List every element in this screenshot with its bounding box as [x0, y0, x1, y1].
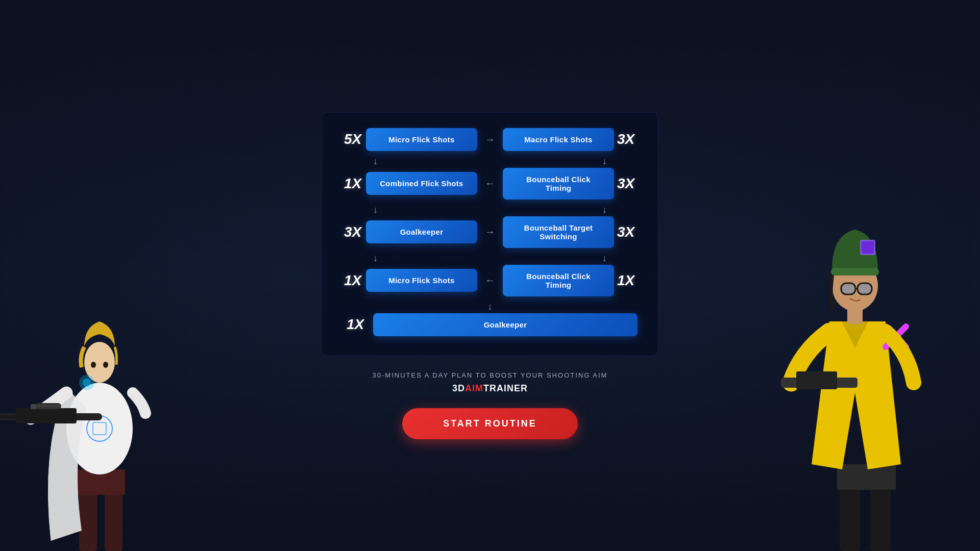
arrow-right-1: → [482, 134, 498, 145]
character-right [750, 117, 980, 551]
exercise-block-bounceball-target: 3X Bounceball Target Switching [503, 216, 638, 248]
arrow-left-4: ← [482, 274, 498, 286]
multiplier-goalkeeper-2: 1X [342, 316, 368, 333]
multiplier-micro-1: 5X [342, 131, 363, 147]
multiplier-bounceball-1: 3X [617, 176, 638, 192]
down-arrow-left-3: ↓ [373, 253, 378, 264]
flow-row-4: 1X Micro Flick Shots ← 1X Bounceball Cli… [342, 265, 638, 296]
svg-rect-29 [841, 283, 855, 294]
svg-rect-32 [842, 284, 854, 293]
exercise-block-micro-2: 1X Micro Flick Shots [342, 269, 477, 292]
bounceball-click-timing-btn-1[interactable]: Bounceball Click Timing [503, 168, 614, 199]
exercise-block-macro-1: 3X Macro Flick Shots [503, 128, 638, 151]
svg-point-16 [83, 379, 91, 387]
bottom-section: 30-MINUTES A DAY PLAN TO BOOST YOUR SHOO… [373, 371, 608, 439]
brand-prefix: 3D [452, 383, 465, 393]
exercise-block-micro-1: 5X Micro Flick Shots [342, 128, 477, 151]
exercise-block-goalkeeper-1: 3X Goalkeeper [342, 220, 477, 243]
multiplier-micro-2: 1X [342, 272, 363, 289]
svg-rect-10 [15, 408, 77, 423]
svg-point-6 [103, 362, 108, 368]
goalkeeper-btn-1[interactable]: Goalkeeper [366, 220, 477, 243]
down-arrow-left-2: ↓ [373, 205, 378, 215]
multiplier-goalkeeper-1: 3X [342, 224, 363, 240]
goalkeeper-btn-2[interactable]: Goalkeeper [373, 313, 638, 336]
combined-flick-shots-btn[interactable]: Combined Flick Shots [366, 172, 477, 195]
main-panel: 5X Micro Flick Shots → 3X Macro Flick Sh… [322, 112, 658, 439]
flow-row-2: 1X Combined Flick Shots ← 3X Bounceball … [342, 168, 638, 199]
svg-point-5 [91, 362, 96, 368]
svg-rect-23 [796, 371, 837, 389]
flow-row-full: 1X Goalkeeper [342, 313, 638, 336]
svg-rect-11 [31, 404, 37, 409]
exercise-block-combined: 1X Combined Flick Shots [342, 172, 477, 195]
svg-rect-27 [860, 240, 875, 255]
svg-rect-0 [79, 490, 97, 551]
svg-rect-22 [781, 378, 857, 388]
svg-rect-17 [840, 485, 860, 551]
down-arrow-right-1: ↓ [602, 156, 607, 167]
svg-line-21 [886, 327, 906, 347]
svg-rect-28 [862, 241, 874, 254]
micro-flick-shots-btn-2[interactable]: Micro Flick Shots [366, 269, 477, 292]
brand-suffix: TRAINER [483, 383, 528, 393]
exercise-block-bounceball-1: 3X Bounceball Click Timing [503, 168, 638, 199]
svg-rect-2 [77, 469, 125, 495]
exercise-block-bounceball-2: 1X Bounceball Click Timing [503, 265, 638, 296]
bounceball-target-switching-btn[interactable]: Bounceball Target Switching [503, 216, 614, 248]
svg-rect-30 [857, 283, 872, 294]
svg-rect-1 [105, 490, 122, 551]
svg-rect-24 [847, 301, 863, 324]
flow-row-3: 3X Goalkeeper → 3X Bounceball Target Swi… [342, 216, 638, 248]
svg-rect-18 [870, 485, 891, 551]
flow-row-1: 5X Micro Flick Shots → 3X Macro Flick Sh… [342, 128, 638, 151]
down-arrow-left-1: ↓ [373, 156, 378, 167]
brand-logo: 3DAIMTRAINER [452, 383, 528, 394]
svg-point-3 [66, 383, 133, 474]
multiplier-macro-1: 3X [617, 131, 638, 147]
svg-rect-12 [36, 403, 61, 409]
svg-line-20 [886, 327, 906, 347]
svg-rect-9 [0, 413, 102, 420]
routine-flow: 5X Micro Flick Shots → 3X Macro Flick Sh… [322, 112, 658, 356]
multiplier-combined: 1X [342, 176, 363, 192]
arrow-right-3: → [482, 226, 498, 238]
svg-point-4 [84, 342, 115, 383]
svg-rect-33 [859, 284, 871, 293]
start-routine-button[interactable]: START ROUTINE [402, 408, 578, 439]
svg-rect-26 [831, 268, 879, 276]
bounceball-click-timing-btn-2[interactable]: Bounceball Click Timing [503, 265, 614, 296]
svg-rect-8 [93, 422, 106, 435]
arrow-left-2: ← [482, 178, 498, 189]
brand-aim: AIM [465, 383, 483, 393]
down-arrow-right-2: ↓ [602, 205, 607, 215]
macro-flick-shots-btn[interactable]: Macro Flick Shots [503, 128, 614, 151]
svg-point-15 [79, 375, 94, 390]
character-left [0, 143, 204, 551]
multiplier-bounceball-2: 1X [617, 272, 638, 289]
svg-rect-14 [0, 415, 18, 418]
tagline-text: 30-MINUTES A DAY PLAN TO BOOST YOUR SHOO… [373, 371, 608, 379]
down-arrow-center: ↓ [488, 302, 493, 312]
svg-point-25 [832, 260, 878, 311]
down-arrow-right-3: ↓ [602, 253, 607, 264]
multiplier-bounceball-target: 3X [617, 224, 638, 240]
svg-point-7 [87, 416, 112, 441]
micro-flick-shots-btn-1[interactable]: Micro Flick Shots [366, 128, 477, 151]
svg-rect-19 [837, 464, 896, 490]
